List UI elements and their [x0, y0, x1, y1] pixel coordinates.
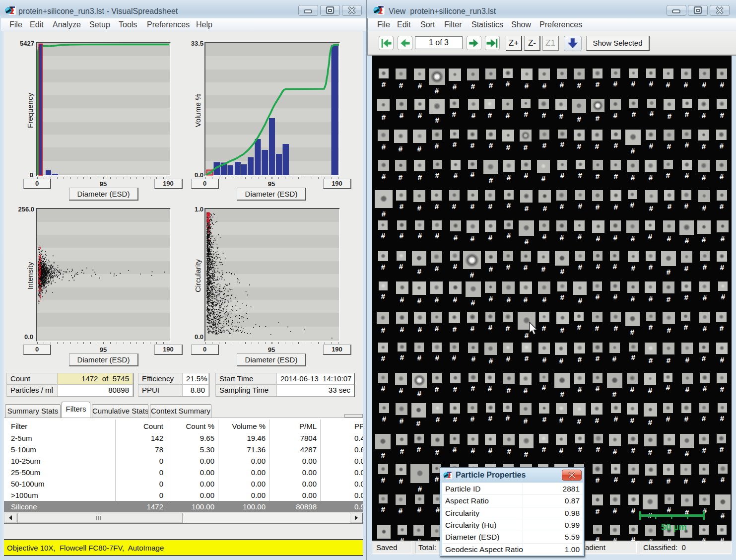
svg-text:50 µm: 50 µm	[661, 522, 686, 532]
